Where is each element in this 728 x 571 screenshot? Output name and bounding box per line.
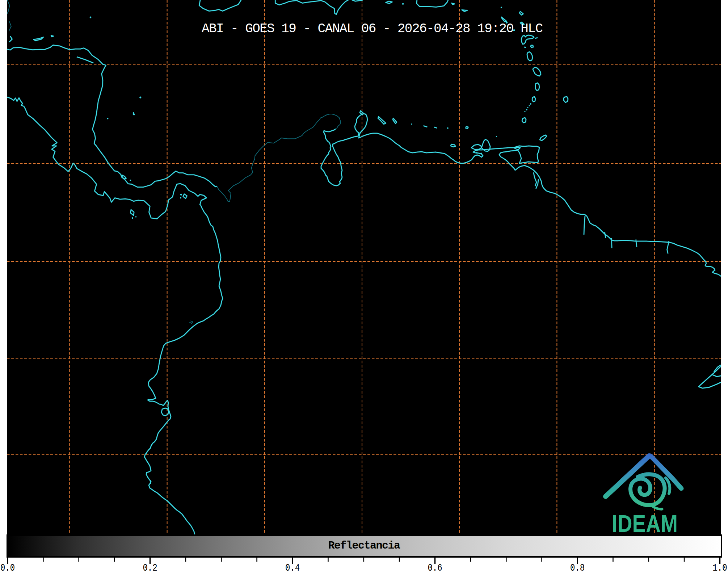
svg-text:0.0: 0.0 [0,563,15,571]
svg-text:0.2: 0.2 [143,563,157,571]
svg-text:IDEAM: IDEAM [612,510,678,537]
svg-text:ABI - GOES 19 - CANAL 06 - 202: ABI - GOES 19 - CANAL 06 - 2026-04-28 19… [202,21,543,36]
svg-text:0.8: 0.8 [570,563,585,571]
svg-text:0.4: 0.4 [285,563,300,571]
svg-text:1.0: 1.0 [713,563,727,571]
svg-text:0.6: 0.6 [428,563,442,571]
